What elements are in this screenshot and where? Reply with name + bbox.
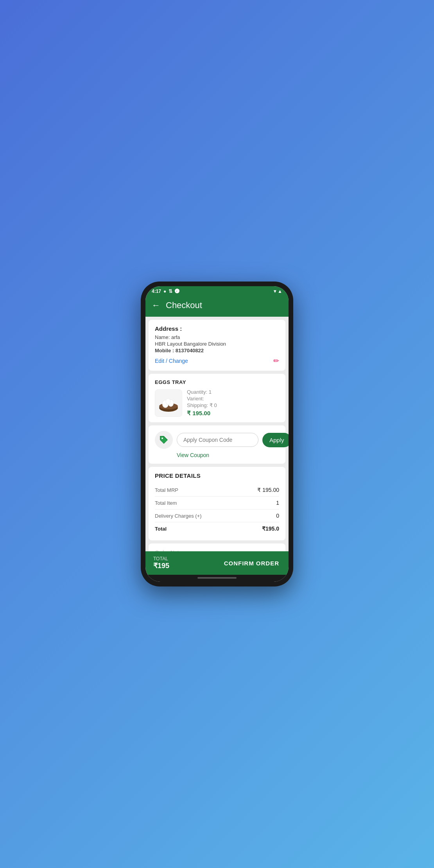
- phone-screen: 4:17 ● ⇅ 🅐 ▾ ▲ ← Checkout Address : Name…: [145, 286, 289, 582]
- mrp-value: ₹ 195.00: [257, 487, 279, 493]
- home-bar: [197, 577, 237, 579]
- address-mobile: Mobile : 8137040822: [155, 348, 279, 353]
- circle-icon: ●: [163, 289, 166, 294]
- product-variant: Varient:: [187, 396, 279, 402]
- items-value: 1: [276, 500, 279, 506]
- product-price: ₹ 195.00: [187, 410, 279, 417]
- status-left: 4:17 ● ⇅ 🅐: [152, 289, 179, 294]
- signal-icon: ▲: [278, 289, 282, 294]
- order-notes-card[interactable]: Order Notes: [149, 543, 285, 551]
- status-bar: 4:17 ● ⇅ 🅐 ▾ ▲: [145, 286, 289, 296]
- header-title: Checkout: [166, 300, 202, 310]
- product-image-svg: [157, 391, 180, 415]
- bottom-total-section: TOTAL ₹195: [145, 552, 177, 574]
- product-row: Quantity: 1 Varient: Shipping: ₹ 0 ₹ 195…: [155, 389, 279, 417]
- total-label: Total: [155, 526, 167, 532]
- product-details: Quantity: 1 Varient: Shipping: ₹ 0 ₹ 195…: [187, 389, 279, 417]
- checkout-header: ← Checkout: [145, 296, 289, 317]
- product-quantity: Quantity: 1: [187, 389, 279, 395]
- price-row-total: Total ₹195.0: [155, 522, 279, 535]
- svg-point-4: [166, 398, 170, 405]
- product-image: [155, 389, 182, 417]
- product-card: EGGS TRAY: [149, 374, 285, 422]
- bottom-bar: TOTAL ₹195 CONFIRM ORDER: [145, 551, 289, 575]
- mrp-label: Total MRP: [155, 487, 178, 493]
- time-display: 4:17: [152, 289, 161, 294]
- confirm-order-button[interactable]: CONFIRM ORDER: [215, 556, 289, 570]
- mobile-number: 8137040822: [176, 348, 204, 353]
- price-details-card: PRICE DETAILS Total MRP ₹ 195.00 Total I…: [149, 467, 285, 540]
- price-details-title: PRICE DETAILS: [155, 472, 279, 479]
- coupon-tag-icon: [159, 435, 169, 445]
- status-right: ▾ ▲: [274, 289, 282, 294]
- coupon-input[interactable]: [177, 433, 258, 447]
- address-street: HBR Layout Bangalore Division: [155, 341, 279, 347]
- address-name: Name: arfa: [155, 334, 279, 340]
- apply-coupon-button[interactable]: Apply: [262, 433, 289, 447]
- coupon-card: Apply View Coupon: [149, 425, 285, 464]
- svg-point-5: [161, 438, 163, 439]
- product-shipping: Shipping: ₹ 0: [187, 402, 279, 408]
- mobile-label: Mobile :: [155, 348, 174, 353]
- address-footer: Edit / Change ✏: [155, 357, 279, 365]
- total-label: TOTAL: [153, 556, 168, 561]
- price-row-mrp: Total MRP ₹ 195.00: [155, 484, 279, 497]
- edit-pencil-icon[interactable]: ✏: [273, 357, 279, 365]
- address-section-label: Address :: [155, 325, 279, 332]
- price-row-delivery: Delivery Charges (+) 0: [155, 509, 279, 522]
- edit-change-link[interactable]: Edit / Change: [155, 358, 188, 364]
- items-label: Total Item: [155, 500, 177, 506]
- product-title: EGGS TRAY: [155, 379, 279, 385]
- phone-frame: 4:17 ● ⇅ 🅐 ▾ ▲ ← Checkout Address : Name…: [141, 282, 293, 586]
- back-button[interactable]: ←: [152, 300, 160, 310]
- coupon-row: Apply: [155, 431, 279, 449]
- address-card: Address : Name: arfa HBR Layout Bangalor…: [149, 320, 285, 371]
- wifi-icon: ▾: [274, 289, 276, 294]
- delivery-value: 0: [276, 513, 279, 519]
- home-indicator: [145, 575, 289, 582]
- a-icon: 🅐: [175, 289, 179, 294]
- download-icon: ⇅: [169, 289, 172, 294]
- total-value: ₹195.0: [262, 525, 279, 532]
- view-coupon-link[interactable]: View Coupon: [177, 452, 279, 458]
- main-content: Address : Name: arfa HBR Layout Bangalor…: [145, 317, 289, 551]
- price-row-items: Total Item 1: [155, 497, 279, 509]
- coupon-icon-wrap: [155, 431, 173, 449]
- delivery-label: Delivery Charges (+): [155, 513, 202, 519]
- total-amount: ₹195: [153, 561, 169, 570]
